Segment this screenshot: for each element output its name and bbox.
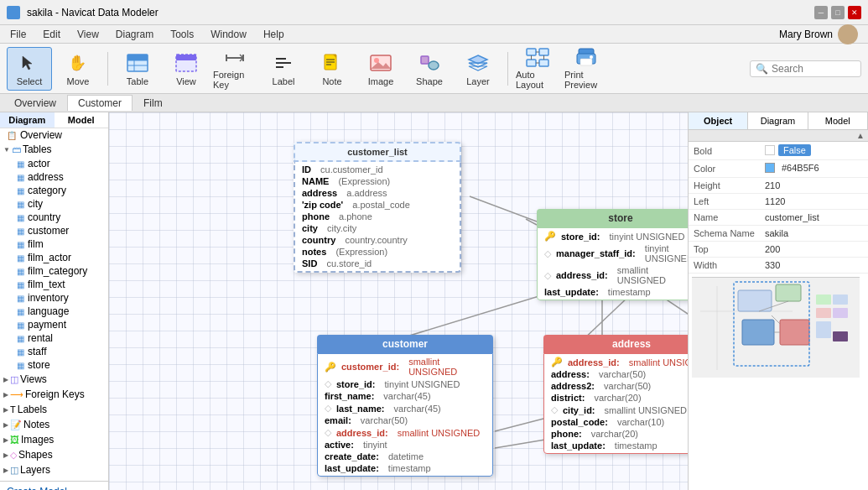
main-layout: Diagram Model 📋 Overview 🗃 Tables ▦actor…	[0, 112, 868, 490]
sidebar-table-city[interactable]: ▦city	[0, 197, 108, 211]
print-preview-icon	[574, 48, 598, 68]
address-body: 🔑address_id: smallint UNSIGNED address: …	[543, 353, 688, 454]
note-tool[interactable]: Note	[309, 47, 355, 91]
close-button[interactable]: ✕	[848, 6, 861, 19]
sidebar-table-address[interactable]: ▦address	[0, 170, 108, 184]
layer-label: Layer	[466, 76, 490, 86]
menu-window[interactable]: Window	[204, 27, 253, 42]
sidebar-table-store[interactable]: ▦store	[0, 358, 108, 372]
table-row: ◇address_id: smallint UNSIGNED	[538, 264, 688, 286]
sidebar-create-model[interactable]: Create Model	[0, 485, 108, 490]
table-row: postal_code: varchar(10)	[544, 416, 688, 428]
search-input[interactable]	[772, 63, 855, 75]
maximize-button[interactable]: □	[831, 6, 845, 19]
foreign-key-icon	[223, 48, 247, 68]
sidebar-layers-group[interactable]: ◫ Layers	[0, 462, 108, 477]
sidebar-table-country[interactable]: ▦country	[0, 211, 108, 224]
props-tab-model[interactable]: Model	[808, 112, 868, 129]
sidebar-table-language[interactable]: ▦language	[0, 305, 108, 318]
table-row: 🔑address_id: smallint UNSIGNED	[544, 356, 688, 368]
sidebar-item-overview[interactable]: 📋 Overview	[0, 128, 108, 142]
minimize-button[interactable]: ─	[814, 6, 828, 19]
sidebar-table-category[interactable]: ▦category	[0, 184, 108, 197]
menu-view[interactable]: View	[70, 27, 106, 42]
image-icon	[369, 51, 392, 75]
layer-tool[interactable]: Layer	[455, 47, 501, 91]
table-store[interactable]: store 🔑store_id: tinyint UNSIGNED ◇manag…	[537, 209, 688, 300]
table-row: first_name: varchar(45)	[318, 390, 492, 402]
svg-rect-30	[539, 49, 548, 55]
sidebar-table-film-actor[interactable]: ▦film_actor	[0, 251, 108, 264]
sidebar-table-staff[interactable]: ▦staff	[0, 345, 108, 358]
sidebar-images-group[interactable]: 🖼 Images	[0, 432, 108, 447]
search-box[interactable]: 🔍	[750, 60, 861, 77]
bold-checkbox[interactable]	[765, 145, 775, 155]
menu-bar: File Edit View Diagram Tools Window Help…	[0, 25, 868, 44]
svg-point-40	[590, 55, 593, 59]
user-avatar	[838, 24, 858, 44]
table-row: ◇city_id: smallint UNSIGNED	[544, 404, 688, 416]
diagram-area[interactable]: customer_list ID cu.customer_id NAME (Ex…	[109, 112, 688, 490]
customer-body: 🔑customer_id: smallint UNSIGNED ◇store_i…	[317, 353, 493, 477]
sidebar-tables-group[interactable]: 🗃 Tables	[0, 142, 108, 157]
sidebar-fk-group[interactable]: ⟶ Foreign Keys	[0, 387, 108, 402]
user-name: Mary Brown	[779, 29, 833, 40]
props-tab-object[interactable]: Object	[689, 112, 748, 129]
shapes-collapse-icon	[3, 451, 8, 459]
width-value: 330	[760, 258, 868, 274]
table-row: ID cu.customer_id	[295, 164, 460, 175]
foreign-key-tool[interactable]: Foreign Key	[212, 47, 257, 91]
view-icon	[174, 51, 198, 75]
svg-rect-39	[580, 59, 592, 65]
menu-diagram[interactable]: Diagram	[109, 27, 160, 42]
print-preview-tool[interactable]: Print Preview	[564, 47, 609, 91]
svg-rect-59	[833, 308, 848, 318]
move-tool[interactable]: ✋ Move	[55, 47, 101, 91]
svg-rect-52	[738, 290, 772, 311]
sidebar-notes-group[interactable]: 📝 Notes	[0, 417, 108, 432]
sidebar-table-film-category[interactable]: ▦film_category	[0, 264, 108, 278]
sidebar-table-film-text[interactable]: ▦film_text	[0, 278, 108, 291]
menu-edit[interactable]: Edit	[36, 27, 67, 42]
sidebar-shapes-group[interactable]: ◇ Shapes	[0, 447, 108, 462]
label-tool[interactable]: Label	[261, 47, 306, 91]
menu-help[interactable]: Help	[257, 27, 291, 42]
menu-file[interactable]: File	[3, 27, 33, 42]
sidebar-table-rental[interactable]: ▦rental	[0, 331, 108, 345]
image-tool[interactable]: Image	[358, 47, 403, 91]
sidebar-table-film[interactable]: ▦film	[0, 237, 108, 251]
props-tab-diagram[interactable]: Diagram	[748, 112, 808, 129]
notes-collapse-icon	[3, 421, 8, 429]
select-tool[interactable]: Select	[7, 47, 52, 91]
sidebar-diagram-tab[interactable]: Diagram	[0, 112, 55, 128]
menu-tools[interactable]: Tools	[164, 27, 200, 42]
tab-film[interactable]: Film	[133, 95, 174, 111]
sidebar: Diagram Model 📋 Overview 🗃 Tables ▦actor…	[0, 112, 109, 490]
sidebar-model-tab[interactable]: Model	[55, 112, 109, 128]
table-customer-list[interactable]: customer_list ID cu.customer_id NAME (Ex…	[294, 142, 461, 273]
prop-row-color: Color #64B5F6	[689, 160, 868, 178]
svg-rect-54	[742, 320, 774, 345]
minimap-svg	[692, 278, 860, 378]
shape-label: Shape	[416, 76, 443, 86]
table-address[interactable]: address 🔑address_id: smallint UNSIGNED a…	[543, 335, 688, 454]
sidebar-views-group[interactable]: ◫ Views	[0, 372, 108, 387]
view-tool[interactable]: View	[164, 47, 209, 91]
sidebar-labels-group[interactable]: T Labels	[0, 402, 108, 417]
sidebar-table-payment[interactable]: ▦payment	[0, 318, 108, 331]
tab-customer[interactable]: Customer	[67, 95, 133, 111]
fk-collapse-icon	[3, 391, 8, 399]
shape-tool[interactable]: Shape	[407, 47, 452, 91]
table-row: last_update: timestamp	[538, 286, 688, 298]
diagram-tabs: Overview Customer Film	[0, 94, 868, 112]
image-label: Image	[368, 76, 394, 86]
auto-layout-label: Auto Layout	[516, 70, 559, 90]
sidebar-table-inventory[interactable]: ▦inventory	[0, 291, 108, 305]
table-row: phone: varchar(20)	[544, 428, 688, 440]
table-tool[interactable]: Table	[115, 47, 160, 91]
sidebar-table-customer[interactable]: ▦customer	[0, 224, 108, 237]
table-customer[interactable]: customer 🔑customer_id: smallint UNSIGNED…	[317, 335, 493, 477]
sidebar-table-actor[interactable]: ▦actor	[0, 157, 108, 170]
tab-overview[interactable]: Overview	[3, 95, 67, 111]
auto-layout-tool[interactable]: Auto Layout	[515, 47, 560, 91]
